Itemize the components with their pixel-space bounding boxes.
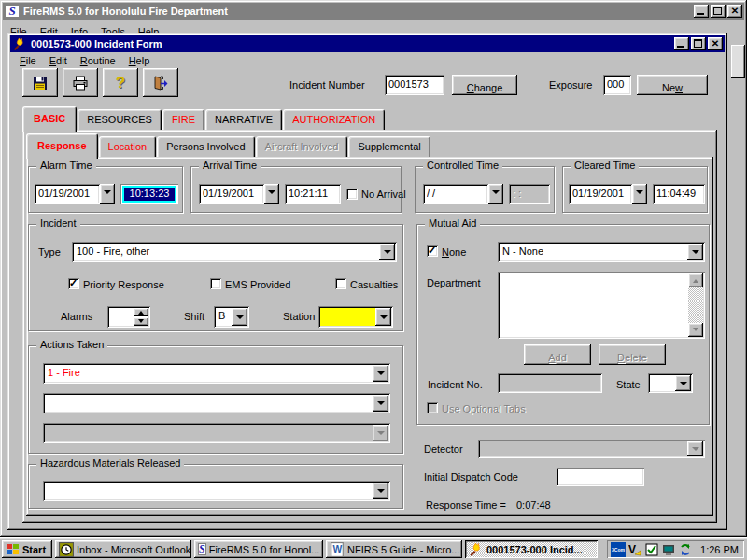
start-button[interactable]: Start xyxy=(2,540,52,558)
tab-response[interactable]: Response xyxy=(26,133,98,159)
action-1-combo[interactable]: 1 - Fire xyxy=(43,363,390,384)
alarm-time-group: Alarm Time 01/19/2001 10:13:23 xyxy=(28,166,183,213)
casualties-checkbox[interactable] xyxy=(335,278,346,289)
main-close-button[interactable]: ✕ xyxy=(727,5,742,18)
main-maximize-button[interactable] xyxy=(711,5,726,18)
mutual-aid-title: Mutual Aid xyxy=(425,217,480,229)
exposure-field[interactable]: 000 xyxy=(603,75,631,95)
arrival-date-dropdown[interactable] xyxy=(264,184,279,204)
tray-icon-display[interactable] xyxy=(661,542,676,557)
dropdown-arrow-icon[interactable] xyxy=(232,308,247,326)
scroll-up-icon[interactable] xyxy=(688,273,703,287)
state-combo[interactable] xyxy=(648,373,693,393)
dropdown-arrow-icon[interactable] xyxy=(375,308,391,326)
print-button[interactable] xyxy=(63,68,98,97)
cleared-time-field[interactable]: 11:04:49 xyxy=(653,184,705,204)
system-tray: 3Com V xyxy=(607,540,744,558)
form-title: 0001573-000 Incident Form xyxy=(31,38,674,49)
save-icon xyxy=(31,74,49,92)
form-menu-file[interactable]: File xyxy=(13,53,43,68)
new-button[interactable]: New xyxy=(637,75,708,95)
dropdown-arrow-icon xyxy=(373,425,388,441)
cleared-date-dropdown[interactable] xyxy=(632,184,647,204)
tray-icon-3com[interactable]: 3Com xyxy=(611,542,626,557)
none-checkbox[interactable]: ✓ xyxy=(427,245,438,257)
mutual-aid-combo[interactable]: N - None xyxy=(498,242,705,262)
controlled-time-title: Controlled Time xyxy=(423,160,502,171)
tray-icon-task-check[interactable] xyxy=(644,542,659,557)
form-minimize-button[interactable] xyxy=(674,37,689,50)
alarm-date-field[interactable]: 01/19/2001 xyxy=(35,184,100,204)
main-tab-strip: BASIC RESOURCES FIRE NARRATIVE AUTHORIZA… xyxy=(22,106,386,132)
firerms-logo-icon: S xyxy=(198,543,206,555)
help-button[interactable]: ? xyxy=(103,68,138,97)
torch-icon xyxy=(12,37,27,51)
exit-button[interactable] xyxy=(143,68,178,97)
dropdown-arrow-icon[interactable] xyxy=(373,365,388,382)
department-label: Department xyxy=(427,277,480,288)
station-combo[interactable] xyxy=(318,306,393,328)
shift-combo[interactable]: B xyxy=(214,306,249,328)
controlled-date-dropdown[interactable] xyxy=(488,184,503,204)
task-button-firerms[interactable]: S FireRMS 5.0 for Honol... xyxy=(194,540,323,558)
exit-door-icon xyxy=(151,74,170,92)
ems-provided-label: EMS Provided xyxy=(225,279,290,290)
ems-provided-checkbox[interactable] xyxy=(210,278,221,289)
cleared-date-field[interactable]: 01/19/2001 xyxy=(569,184,632,204)
tab-basic[interactable]: BASIC xyxy=(22,106,77,132)
hazmat-title: Hazardous Materials Released xyxy=(36,457,184,469)
department-scrollbar[interactable] xyxy=(688,273,703,337)
dropdown-arrow-icon[interactable] xyxy=(373,483,388,499)
action-2-combo[interactable] xyxy=(43,393,390,413)
alarms-spin-up[interactable] xyxy=(134,308,148,316)
form-title-bar[interactable]: 0001573-000 Incident Form ✕ xyxy=(10,35,725,52)
incident-type-combo[interactable]: 100 - Fire, other xyxy=(72,242,397,262)
none-label: None xyxy=(442,246,466,258)
scroll-down-icon[interactable] xyxy=(688,323,703,337)
alarm-time-field[interactable]: 10:13:23 xyxy=(120,184,178,204)
form-menu-help[interactable]: Help xyxy=(122,53,157,68)
hazmat-combo[interactable] xyxy=(43,481,390,501)
dropdown-arrow-icon[interactable] xyxy=(687,244,703,260)
form-maximize-button[interactable] xyxy=(691,37,706,50)
action-3-combo xyxy=(43,423,390,443)
tab-resources[interactable]: RESOURCES xyxy=(78,109,162,130)
task-button-incident-form[interactable]: 0001573-000 Incid... xyxy=(465,540,598,558)
arrival-date-field[interactable]: 01/19/2001 xyxy=(199,184,264,204)
alarms-spinner[interactable] xyxy=(107,306,150,328)
department-listbox[interactable] xyxy=(498,272,705,339)
form-close-button[interactable]: ✕ xyxy=(708,37,723,50)
tray-icon-volume[interactable]: V xyxy=(627,542,642,557)
dropdown-arrow-icon[interactable] xyxy=(379,244,395,260)
alarms-spin-down[interactable] xyxy=(134,317,148,326)
sub-tab-strip: Response Location Persons Involved Aircr… xyxy=(26,132,431,159)
tab-fire[interactable]: FIRE xyxy=(162,109,204,130)
incident-number-field[interactable]: 0001573 xyxy=(385,75,444,95)
tab-supplemental[interactable]: Supplemental xyxy=(348,136,430,157)
mutual-incident-no-label: Incident No. xyxy=(428,379,483,390)
dropdown-arrow-icon[interactable] xyxy=(373,395,388,412)
change-button[interactable]: Change xyxy=(452,75,517,95)
cleared-time-title: Cleared Time xyxy=(571,160,639,171)
controlled-date-field[interactable]: / / xyxy=(423,184,488,204)
no-arrival-checkbox[interactable] xyxy=(346,189,358,200)
priority-response-checkbox[interactable]: ✓ xyxy=(68,278,79,289)
save-button[interactable] xyxy=(22,68,58,97)
tab-narrative[interactable]: NARRATIVE xyxy=(205,109,282,130)
form-menu-routine[interactable]: Routine xyxy=(74,53,122,68)
main-minimize-button[interactable] xyxy=(694,5,709,18)
task-button-outlook[interactable]: Inbox - Microsoft Outlook xyxy=(55,540,191,558)
main-window-scrollbar-thumb[interactable] xyxy=(731,45,745,78)
word-document-icon: W xyxy=(330,542,345,557)
tab-location[interactable]: Location xyxy=(99,136,157,157)
initial-dispatch-code-field[interactable] xyxy=(557,468,644,486)
main-title-bar[interactable]: S FireRMS 5.0 for Honolulu Fire Departme… xyxy=(3,3,744,20)
tab-authorization[interactable]: AUTHORIZATION xyxy=(283,109,385,130)
alarm-date-dropdown[interactable] xyxy=(100,184,115,204)
tray-icon-sync[interactable] xyxy=(678,542,693,557)
form-menu-edit[interactable]: Edit xyxy=(43,53,74,68)
tab-persons-involved[interactable]: Persons Involved xyxy=(157,136,254,157)
task-button-nfirs[interactable]: W NFIRS 5 Guide - Micro... xyxy=(326,540,462,558)
dropdown-arrow-icon[interactable] xyxy=(675,375,691,391)
arrival-time-field[interactable]: 10:21:11 xyxy=(285,184,341,204)
